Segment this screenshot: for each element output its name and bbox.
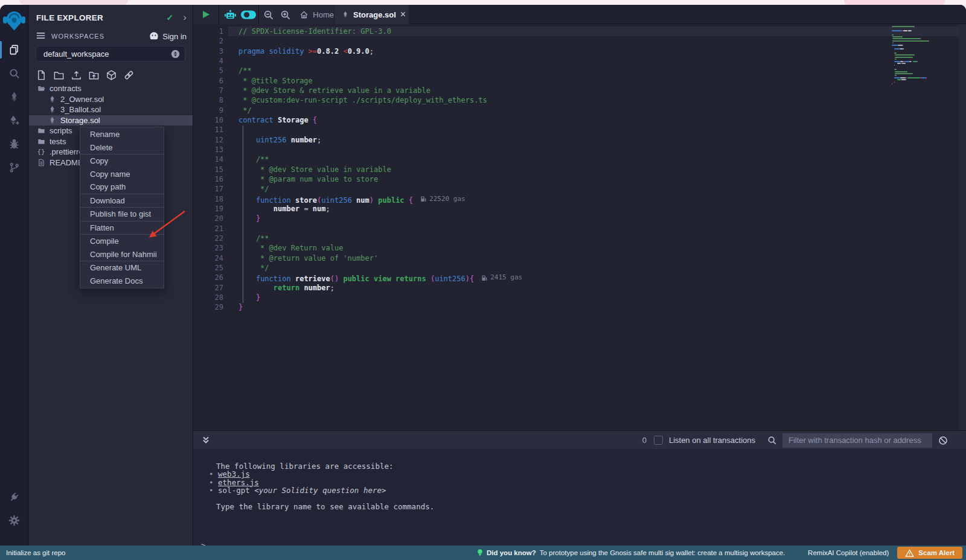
panel-header: FILE EXPLORER ✓ › xyxy=(36,11,187,24)
code-line[interactable]: /** xyxy=(238,154,522,164)
code-line[interactable]: contract Storage { xyxy=(238,115,522,125)
code-line[interactable]: // SPDX-License-Identifier: GPL-3.0 xyxy=(238,27,522,36)
code-line[interactable]: } xyxy=(238,214,522,223)
code-line[interactable]: * @dev Store & retrieve value in a varia… xyxy=(238,86,522,95)
did-you-know-tip: Did you know? To prototype using the Gno… xyxy=(477,546,785,560)
sidebar-settings-icon[interactable] xyxy=(0,509,28,532)
activity-bar xyxy=(0,5,28,546)
editor-scrollbar[interactable] xyxy=(959,24,966,430)
code-line[interactable] xyxy=(238,125,522,135)
create-folder-icon[interactable] xyxy=(52,68,65,81)
filter-input[interactable] xyxy=(782,433,932,448)
terminal[interactable]: The following libraries are accessible:•… xyxy=(193,449,966,546)
run-script-button[interactable] xyxy=(193,5,219,24)
chevron-right-icon[interactable]: › xyxy=(183,14,187,21)
import-from-ipfs-icon[interactable] xyxy=(104,68,118,81)
ai-copilot-icon[interactable] xyxy=(222,5,239,24)
sign-in-button[interactable]: Sign in xyxy=(149,31,187,41)
sidebar-search-icon[interactable] xyxy=(0,62,28,85)
code-line[interactable]: } xyxy=(238,293,522,302)
code-line[interactable]: /** xyxy=(238,234,522,243)
line-number: 18 xyxy=(193,194,228,204)
file-explorer-toolbar xyxy=(34,68,135,82)
code-line[interactable]: uint256 number; xyxy=(238,135,522,145)
minimap[interactable] xyxy=(892,26,958,85)
code-line[interactable]: */ xyxy=(238,184,522,194)
tree-item-contracts[interactable]: contracts xyxy=(29,83,193,94)
menu-item-compile-for-nahmii[interactable]: Compile for Nahmii xyxy=(80,248,164,261)
code-line[interactable] xyxy=(238,224,522,234)
menu-item-publish-file-to-gist[interactable]: Publish file to gist xyxy=(80,208,164,221)
tree-item-storage-sol[interactable]: Storage.sol xyxy=(29,115,193,126)
line-number: 25 xyxy=(193,263,228,273)
import-from-url-icon[interactable] xyxy=(122,68,135,81)
terminal-line xyxy=(193,495,966,503)
code-line[interactable]: */ xyxy=(238,106,522,115)
tree-item-3-ballot-sol[interactable]: 3_Ballot.sol xyxy=(29,104,193,115)
code-editor[interactable]: 1234567891011121314151617181920212223242… xyxy=(193,24,966,430)
code-line[interactable]: * @custom:dev-run-script ./scripts/deplo… xyxy=(238,95,522,105)
copilot-status[interactable]: RemixAI Copilot (enabled) xyxy=(808,549,889,556)
tab-storage-sol[interactable]: Storage.sol × xyxy=(334,5,409,24)
menu-item-generate-uml[interactable]: Generate UML xyxy=(80,261,164,275)
menu-item-generate-docs[interactable]: Generate Docs xyxy=(80,275,164,288)
code-line[interactable]: * @dev Return value xyxy=(238,243,522,253)
code-line[interactable]: * @dev Store value in variable xyxy=(238,165,522,174)
sidebar-deploy-and-run-icon[interactable] xyxy=(0,109,28,132)
clear-console-icon[interactable] xyxy=(938,436,948,445)
code-line[interactable] xyxy=(238,145,522,154)
editor-topbar: Home Storage.sol × xyxy=(193,5,966,24)
workspace-select[interactable]: default_workspace xyxy=(36,46,185,62)
code-line[interactable]: */ xyxy=(238,263,522,273)
gas-icon-label: 2415 gas xyxy=(490,273,522,282)
tab-home[interactable]: Home xyxy=(299,10,334,19)
code-line[interactable] xyxy=(238,56,522,66)
copilot-toggle[interactable] xyxy=(239,5,259,24)
indent-guide xyxy=(243,126,243,303)
chrome-blob xyxy=(19,0,128,5)
line-number: 13 xyxy=(193,145,228,154)
code-line[interactable] xyxy=(238,36,522,46)
code-line[interactable]: function retrieve() public view returns … xyxy=(238,273,522,282)
git-init-button[interactable]: Initialize as git repo xyxy=(6,546,65,560)
folder-icon xyxy=(37,127,45,135)
code-line[interactable]: * @title Storage xyxy=(238,76,522,86)
code-line[interactable]: * @param num value to store xyxy=(238,174,522,184)
create-file-icon[interactable] xyxy=(34,68,48,81)
sidebar-debugger-icon[interactable] xyxy=(0,132,28,156)
upload-folder-icon[interactable] xyxy=(87,68,100,81)
code-line[interactable]: function store(uint256 num) public {2252… xyxy=(238,194,522,204)
zoom-in-icon[interactable] xyxy=(278,5,293,24)
code-line[interactable]: } xyxy=(238,302,522,312)
expand-terminal-icon[interactable] xyxy=(202,436,210,447)
menu-item-download[interactable]: Download xyxy=(80,194,164,208)
listen-checkbox[interactable] xyxy=(654,436,663,445)
scam-alert-button[interactable]: Scam Alert xyxy=(897,547,962,559)
close-icon[interactable]: × xyxy=(400,11,406,18)
tree-item-label: .prettierrc xyxy=(50,147,83,156)
menu-item-compile[interactable]: Compile xyxy=(80,235,164,248)
terminal-line: • web3.js xyxy=(193,470,966,478)
zoom-out-icon[interactable] xyxy=(261,5,276,24)
menu-item-rename[interactable]: Rename xyxy=(80,128,164,141)
menu-item-copy-name[interactable]: Copy name xyxy=(80,168,164,181)
code-line[interactable]: return number; xyxy=(238,283,522,293)
sidebar-file-explorer-icon[interactable] xyxy=(0,38,28,62)
upload-file-icon[interactable] xyxy=(69,68,83,81)
tree-item-2-owner-sol[interactable]: 2_Owner.sol xyxy=(29,94,193,105)
menu-item-delete[interactable]: Delete xyxy=(80,141,164,154)
code-line[interactable]: pragma solidity >=0.8.2 <0.9.0; xyxy=(238,46,522,56)
menu-item-flatten[interactable]: Flatten xyxy=(80,221,164,235)
remix-logo-icon[interactable] xyxy=(2,8,26,33)
menu-item-copy-path[interactable]: Copy path xyxy=(80,180,164,194)
code-line[interactable]: number = num; xyxy=(238,204,522,214)
sidebar-solidity-compiler-icon[interactable] xyxy=(0,85,28,109)
sidebar-plugin-manager-icon[interactable] xyxy=(0,485,28,509)
sidebar-git-icon[interactable] xyxy=(0,156,28,179)
code-line[interactable]: /** xyxy=(238,66,522,75)
workspace-menu-icon[interactable] xyxy=(36,31,45,42)
line-number: 22 xyxy=(193,234,228,243)
code-line[interactable]: * @return value of 'number' xyxy=(238,253,522,263)
line-number: 27 xyxy=(193,283,228,293)
menu-item-copy[interactable]: Copy xyxy=(80,154,164,168)
